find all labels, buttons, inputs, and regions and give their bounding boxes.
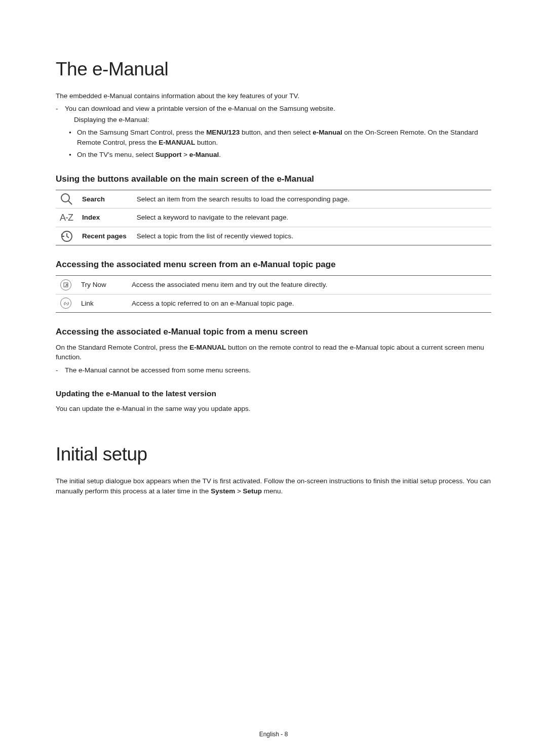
row-recent: Recent pages Select a topic from the lis… [56,227,491,245]
support-label: Support [155,151,182,158]
cell-recent-icon [56,227,77,245]
menu-screen-para: On the Standard Remote Control, press th… [56,343,491,362]
buttons-section-heading: Using the buttons available on the main … [56,173,491,186]
cell-index-desc: Select a keyword to navigate to the rele… [132,208,491,227]
menu-screen-notes: The e-Manual cannot be accessed from som… [56,365,491,375]
page-footer: English - 8 [0,730,547,739]
cell-search-label: Search [77,190,132,208]
emanual-btn-label: E-MANUAL [189,344,226,351]
link-icon [60,298,71,309]
row-search: Search Select an item from the search re… [56,190,491,208]
cell-recent-desc: Select a topic from the list of recently… [132,227,491,245]
topic-page-heading: Accessing the associated menu screen fro… [56,259,491,271]
update-para: You can update the e-Manual in the same … [56,404,491,414]
emanual-label: e-Manual [312,129,342,136]
try-now-icon [60,279,71,290]
main-buttons-table: Search Select an item from the search re… [56,190,491,246]
row-trynow: Try Now Access the associated menu item … [56,275,491,294]
svg-line-1 [68,201,72,204]
displaying-sub: Displaying the e-Manual: [65,115,491,125]
initial-setup-para: The initial setup dialogue box appears w… [56,476,491,496]
emanual-intro: The embedded e-Manual contains informati… [56,91,491,101]
cell-index-icon: A-Z [56,208,77,227]
system-label: System [211,487,235,495]
update-heading: Updating the e-Manual to the latest vers… [56,388,491,399]
svg-point-0 [61,194,69,202]
row-index: A-Z Index Select a keyword to navigate t… [56,208,491,227]
cell-link-label: Link [76,294,127,313]
download-note-text: You can download and view a printable ve… [65,105,335,112]
cell-link-desc: Access a topic referred to on an e-Manua… [127,294,491,313]
bullet-tv-menu: On the TV's menu, select Support > e-Man… [69,150,491,160]
recent-pages-icon [60,230,73,243]
download-note-list: You can download and view a printable ve… [56,104,491,124]
menu-screen-heading: Accessing the associated e-Manual topic … [56,326,491,339]
download-note-item: You can download and view a printable ve… [56,104,491,124]
cell-trynow-label: Try Now [76,275,127,294]
cell-recent-label: Recent pages [77,227,132,245]
emanual-heading: The e-Manual [56,56,491,83]
initial-setup-heading: Initial setup [56,441,491,468]
row-link: Link Access a topic referred to on an e-… [56,294,491,313]
cell-index-label: Index [77,208,132,227]
menu-screen-note-1: The e-Manual cannot be accessed from som… [56,365,491,375]
topic-buttons-table: Try Now Access the associated menu item … [56,275,491,313]
emanual-button-label: E-MANUAL [159,139,195,146]
cell-search-desc: Select an item from the search results t… [132,190,491,208]
emanual-menu-label: e-Manual [189,151,219,158]
cell-trynow-desc: Access the associated menu item and try … [127,275,491,294]
cell-link-icon [56,294,76,313]
displaying-bullets: On the Samsung Smart Control, press the … [69,128,491,160]
cell-trynow-icon [56,275,76,294]
index-icon: A-Z [60,213,73,223]
menu123-label: MENU/123 [206,129,240,136]
setup-label: Setup [243,487,262,495]
bullet-smart-control: On the Samsung Smart Control, press the … [69,128,491,147]
cell-search-icon [56,190,77,208]
search-icon [60,192,73,205]
